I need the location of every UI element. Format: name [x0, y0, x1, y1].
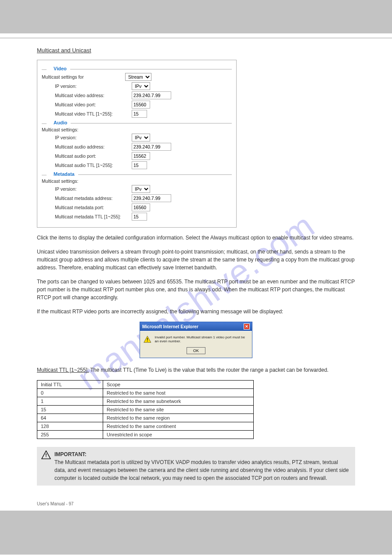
metadata-legend: Metadata — [52, 171, 76, 177]
table-cell: 128 — [37, 422, 103, 431]
audio-port-input[interactable] — [132, 152, 150, 160]
video-legend: Video — [52, 66, 68, 71]
audio-legend: Audio — [52, 120, 69, 125]
video-settings-for-label: Multicast settings for — [42, 74, 125, 80]
video-addr-input[interactable] — [132, 91, 171, 99]
important-label: IMPORTANT: — [54, 451, 86, 457]
table-cell: 255 — [37, 431, 103, 439]
page-footer: User's Manual - 97 — [37, 501, 355, 511]
table-row: 64Restricted to the same region — [37, 414, 254, 422]
metadata-header: — Metadata — [42, 172, 232, 177]
table-cell: 64 — [37, 414, 103, 422]
table-cell: Restricted to the same host — [103, 389, 254, 397]
table-row: 255Unrestricted in scope — [37, 431, 254, 439]
video-ipver-select[interactable]: IPv6 — [132, 82, 150, 90]
table-cell: Restricted to the same site — [103, 406, 254, 414]
dialog-titlebar: Microsoft Internet Explorer ✕ — [140, 322, 252, 331]
table-row: 0Restricted to the same host — [37, 389, 254, 397]
metadata-port-label: Multicast metadata port: — [55, 205, 132, 210]
collapse-icon: — — [42, 120, 47, 126]
table-row: Initial TTLScope — [37, 381, 254, 389]
table-cell: Restricted to the same continent — [103, 422, 254, 431]
metadata-port-input[interactable] — [132, 203, 150, 211]
paragraph-2: Unicast video transmission delivers a st… — [37, 248, 355, 272]
metadata-ttl-input[interactable] — [132, 213, 147, 221]
svg-text:!: ! — [147, 337, 148, 342]
video-port-input[interactable] — [132, 101, 150, 109]
stream-select[interactable]: Stream 1 — [125, 73, 151, 81]
svg-text:!: ! — [45, 452, 47, 458]
metadata-addr-input[interactable] — [132, 194, 171, 202]
table-row: 1Restricted to the same subnetwork — [37, 397, 254, 406]
video-ipver-label: IP version: — [55, 83, 132, 89]
ok-button[interactable]: OK — [187, 347, 205, 354]
audio-addr-input[interactable] — [132, 143, 171, 151]
audio-addr-label: Multicast audio address: — [55, 144, 132, 149]
paragraph-3: The ports can be changed to values betwe… — [37, 278, 355, 301]
metadata-ipver-label: IP version: — [55, 186, 132, 192]
warning-icon: ! — [144, 335, 151, 344]
table-cell: Restricted to the same region — [103, 414, 254, 422]
bottom-banner — [0, 511, 392, 555]
table-cell: Scope — [103, 381, 254, 389]
metadata-addr-label: Multicast metadata address: — [55, 196, 132, 201]
metadata-settings-label: Multicast settings: — [42, 178, 125, 184]
table-cell: 15 — [37, 406, 103, 414]
video-addr-label: Multicast video address: — [55, 93, 132, 98]
audio-ipver-label: IP version: — [55, 135, 132, 140]
metadata-ipver-select[interactable]: IPv4 — [132, 185, 150, 193]
audio-ipver-select[interactable]: IPv4 — [132, 134, 150, 141]
table-row: 128Restricted to the same continent — [37, 422, 254, 431]
paragraph-4: If the multicast RTP video ports are inc… — [37, 308, 355, 316]
video-ttl-label: Multicast video TTL [1~255]: — [55, 111, 132, 116]
section-heading: Multicast and Unicast — [37, 47, 355, 54]
header-divider — [0, 38, 392, 38]
table-cell: 0 — [37, 389, 103, 397]
video-port-label: Multicast video port: — [55, 102, 132, 107]
table-cell: Restricted to the same subnetwork — [103, 397, 254, 406]
dialog-message: Invalid port number. Multicast stream 1 … — [155, 335, 248, 343]
important-text: The Multicast metadata port is utilized … — [54, 458, 351, 482]
ttl-table: Initial TTLScope0Restricted to the same … — [37, 380, 254, 439]
collapse-icon: — — [42, 66, 47, 72]
video-ttl-input[interactable] — [132, 110, 147, 118]
table-cell: 1 — [37, 397, 103, 406]
collapse-icon: — — [42, 172, 47, 177]
config-panel: — Video Multicast settings for Stream 1 … — [37, 60, 237, 228]
warning-icon: ! — [41, 450, 51, 459]
dialog-title: Microsoft Internet Explorer — [142, 324, 198, 329]
audio-settings-label: Multicast settings: — [42, 127, 125, 132]
audio-port-label: Multicast audio port: — [55, 153, 132, 159]
audio-header: — Audio — [42, 120, 232, 126]
audio-ttl-label: Multicast audio TTL [1~255]: — [55, 163, 132, 168]
important-box: ! IMPORTANT: The Multicast metadata port… — [37, 447, 355, 486]
table-cell: Unrestricted in scope — [103, 431, 254, 439]
warning-dialog: Microsoft Internet Explorer ✕ ! Invalid … — [140, 322, 252, 358]
video-header: — Video — [42, 66, 232, 72]
paragraph-1: Click the items to display the detailed … — [37, 234, 355, 242]
metadata-ttl-label: Multicast metadata TTL [1~255]: — [55, 214, 132, 219]
top-banner — [0, 0, 392, 33]
table-cell: Initial TTL — [37, 381, 103, 389]
ttl-heading: Multicast TTL [1~255]: The multicast TTL… — [37, 366, 355, 374]
close-icon[interactable]: ✕ — [244, 323, 250, 330]
audio-ttl-input[interactable] — [132, 161, 147, 169]
table-row: 15Restricted to the same site — [37, 406, 254, 414]
